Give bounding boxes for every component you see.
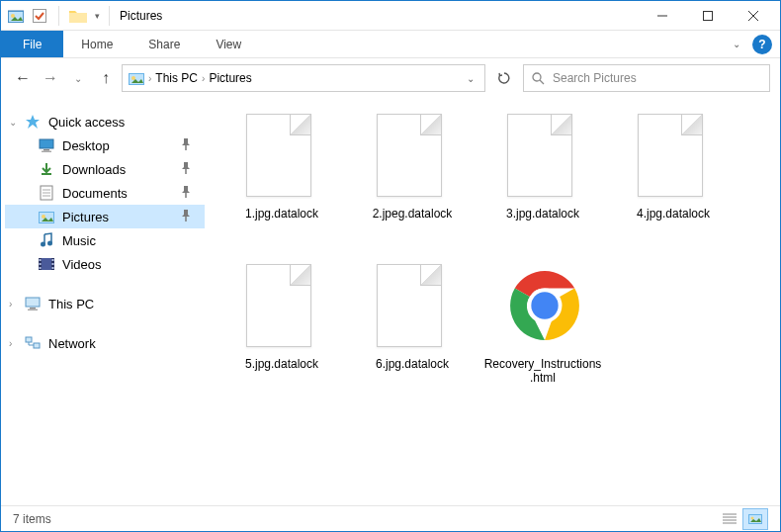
chevron-right-icon[interactable]: ›	[9, 299, 12, 310]
forward-button[interactable]: →	[39, 66, 62, 90]
sidebar-item-videos[interactable]: Videos	[5, 252, 205, 276]
svg-point-46	[531, 292, 558, 318]
sidebar-item-label: Music	[62, 233, 96, 248]
window-controls	[640, 1, 776, 31]
minimize-button[interactable]	[640, 1, 685, 31]
help-icon[interactable]: ?	[752, 35, 772, 54]
thumbnails-view-button[interactable]	[742, 508, 768, 530]
svg-line-12	[540, 80, 544, 84]
qat-dropdown-icon[interactable]: ▾	[91, 5, 103, 27]
chevron-right-icon[interactable]: ›	[202, 73, 205, 84]
tab-home[interactable]: Home	[63, 31, 130, 57]
svg-rect-38	[52, 267, 54, 269]
file-label: 1.jpg.datalock	[245, 207, 318, 221]
sidebar-item-pictures[interactable]: Pictures	[5, 205, 205, 228]
sidebar-item-label: Documents	[62, 186, 128, 201]
sidebar-item-label: Pictures	[62, 210, 109, 224]
svg-rect-14	[43, 149, 49, 151]
file-item[interactable]: 1.jpg.datalock	[218, 108, 345, 246]
chevron-right-icon[interactable]: ›	[9, 338, 12, 349]
svg-point-29	[47, 241, 52, 246]
file-item[interactable]: 5.jpg.datalock	[218, 258, 345, 397]
quick-access-toolbar: ▾	[5, 5, 103, 27]
sidebar-item-desktop[interactable]: Desktop	[5, 133, 205, 157]
file-item[interactable]: 6.jpg.datalock	[349, 258, 476, 397]
recent-dropdown-icon[interactable]: ⌄	[66, 66, 90, 90]
file-item[interactable]: 3.jpg.datalock	[479, 108, 606, 246]
chevron-right-icon[interactable]: ›	[148, 73, 151, 84]
svg-point-26	[42, 215, 45, 219]
svg-rect-43	[34, 343, 40, 348]
breadcrumb-item[interactable]: Pictures	[209, 71, 251, 85]
file-item[interactable]: 2.jpeg.datalock	[349, 108, 476, 246]
file-item[interactable]: Recovery_Instructions.html	[479, 258, 606, 397]
file-label: 2.jpeg.datalock	[373, 207, 453, 221]
file-label: 3.jpg.datalock	[506, 207, 579, 221]
pictures-icon	[129, 70, 144, 86]
status-bar: 7 items	[1, 505, 780, 531]
sidebar-quick-access[interactable]: ⌄ Quick access	[5, 110, 205, 133]
search-icon	[532, 72, 545, 85]
properties-icon[interactable]	[5, 5, 27, 27]
details-view-button[interactable]	[717, 508, 742, 530]
sidebar-item-downloads[interactable]: Downloads	[5, 157, 205, 181]
tab-view[interactable]: View	[198, 31, 259, 57]
svg-rect-41	[28, 310, 38, 311]
pin-icon	[181, 186, 191, 200]
window-title: Pictures	[120, 9, 162, 23]
computer-icon	[25, 296, 41, 311]
maximize-button[interactable]	[685, 1, 731, 31]
svg-rect-15	[42, 151, 51, 153]
refresh-button[interactable]	[489, 64, 519, 92]
pin-icon	[181, 162, 191, 176]
svg-rect-42	[26, 337, 32, 342]
svg-rect-35	[40, 267, 42, 269]
sidebar-this-pc[interactable]: › This PC	[5, 292, 205, 315]
search-placeholder: Search Pictures	[553, 71, 637, 85]
svg-rect-40	[30, 308, 36, 310]
sidebar-item-label: Quick access	[48, 115, 125, 130]
up-button[interactable]: ↑	[94, 66, 118, 90]
file-list[interactable]: 1.jpg.datalock2.jpeg.datalock3.jpg.datal…	[209, 98, 780, 505]
svg-rect-3	[34, 9, 46, 22]
blank-document-icon	[638, 114, 709, 201]
address-bar[interactable]: › This PC › Pictures ⌄	[122, 64, 485, 92]
blank-document-icon	[377, 264, 448, 351]
svg-rect-13	[40, 139, 53, 148]
sidebar-item-label: Downloads	[62, 162, 126, 177]
checkbox-icon[interactable]	[29, 5, 50, 27]
back-button[interactable]: ←	[11, 66, 35, 90]
svg-rect-5	[704, 11, 713, 20]
folder-icon[interactable]	[67, 5, 89, 27]
svg-rect-34	[40, 263, 42, 265]
item-count: 7 items	[13, 512, 51, 526]
svg-rect-36	[52, 259, 54, 261]
tab-share[interactable]: Share	[130, 31, 198, 57]
sidebar-item-documents[interactable]: Documents	[5, 181, 205, 205]
sidebar-network[interactable]: › Network	[5, 331, 205, 355]
search-input[interactable]: Search Pictures	[523, 64, 770, 92]
sidebar-item-label: This PC	[48, 297, 94, 311]
desktop-icon	[39, 137, 54, 153]
chrome-icon	[507, 264, 578, 351]
svg-rect-37	[52, 263, 54, 265]
blank-document-icon	[377, 114, 448, 201]
svg-rect-39	[26, 298, 40, 307]
sidebar-item-label: Videos	[62, 257, 102, 272]
address-dropdown-icon[interactable]: ⌄	[463, 73, 478, 84]
pin-icon	[181, 138, 191, 152]
breadcrumb-item[interactable]: This PC	[155, 71, 198, 85]
sidebar-item-label: Network	[48, 336, 96, 351]
file-item[interactable]: 4.jpg.datalock	[610, 108, 737, 246]
ribbon-expand-icon[interactable]: ⌄	[727, 31, 746, 57]
sidebar-item-music[interactable]: Music	[5, 228, 205, 252]
file-tab[interactable]: File	[1, 31, 63, 57]
network-icon	[25, 335, 41, 351]
close-button[interactable]	[731, 1, 776, 31]
chevron-down-icon[interactable]: ⌄	[9, 117, 17, 128]
file-label: 5.jpg.datalock	[245, 357, 318, 371]
downloads-icon	[39, 161, 54, 177]
svg-point-10	[131, 76, 135, 80]
documents-icon	[39, 185, 54, 201]
ribbon: File Home Share View ⌄ ?	[1, 31, 780, 58]
